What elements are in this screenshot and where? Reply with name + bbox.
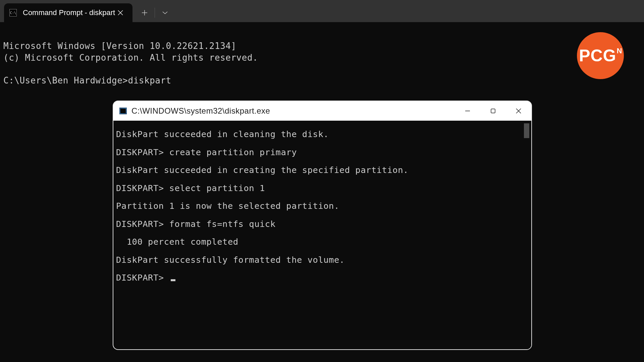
tab-title: Command Prompt - diskpart [23, 8, 115, 17]
minimize-button[interactable] [455, 101, 480, 121]
terminal-command: diskpart [128, 75, 171, 85]
pcgn-logo: PCGN [577, 32, 624, 79]
tab-active[interactable]: C:\ Command Prompt - diskpart [4, 3, 132, 22]
scrollbar[interactable] [522, 121, 531, 349]
tab-actions [135, 3, 174, 22]
diskpart-line: DiskPart successfully formatted the volu… [113, 251, 531, 269]
tab-dropdown-button[interactable] [156, 5, 174, 21]
diskpart-title: C:\WINDOWS\system32\diskpart.exe [131, 106, 455, 116]
diskpart-line: Partition 1 is now the selected partitio… [113, 197, 531, 215]
diskpart-line: DISKPART> create partition primary [113, 143, 531, 162]
diskpart-line: DISKPART> format fs=ntfs quick [113, 215, 531, 233]
terminal-body[interactable]: Microsoft Windows [Version 10.0.22621.21… [0, 22, 644, 362]
maximize-button[interactable] [480, 101, 506, 121]
diskpart-icon [119, 108, 127, 114]
chevron-down-icon [162, 11, 168, 14]
diskpart-line: DISKPART> select partition 1 [113, 179, 531, 197]
minimize-icon [465, 108, 471, 114]
diskpart-titlebar[interactable]: C:\WINDOWS\system32\diskpart.exe [113, 101, 531, 121]
logo-main: PCG [579, 45, 616, 67]
scrollbar-thumb[interactable] [524, 123, 529, 138]
new-tab-button[interactable] [135, 5, 154, 21]
close-icon [118, 10, 123, 15]
diskpart-line: DiskPart succeeded in cleaning the disk. [113, 125, 531, 143]
window-controls [455, 101, 531, 121]
close-button[interactable] [506, 101, 531, 121]
svg-rect-5 [491, 109, 495, 113]
logo-sup: N [616, 46, 622, 56]
diskpart-window: C:\WINDOWS\system32\diskpart.exe [113, 101, 532, 350]
terminal-line: Microsoft Windows [Version 10.0.22621.21… [3, 41, 236, 51]
close-icon [516, 108, 522, 114]
terminal-line: (c) Microsoft Corporation. All rights re… [3, 53, 258, 63]
plus-icon [142, 10, 148, 16]
maximize-icon [490, 108, 496, 114]
diskpart-line: 100 percent completed [113, 233, 531, 251]
tab-close-button[interactable] [115, 7, 126, 18]
tab-divider [155, 8, 155, 18]
terminal-prompt: C:\Users\Ben Hardwidge> [3, 75, 128, 85]
cmd-icon: C:\ [9, 9, 17, 16]
diskpart-line: DiskPart succeeded in creating the speci… [113, 161, 531, 179]
diskpart-line: DISKPART> [113, 269, 531, 287]
diskpart-output[interactable]: DiskPart succeeded in cleaning the disk.… [113, 121, 531, 349]
cursor [171, 279, 175, 281]
tab-bar: C:\ Command Prompt - diskpart [0, 0, 644, 22]
